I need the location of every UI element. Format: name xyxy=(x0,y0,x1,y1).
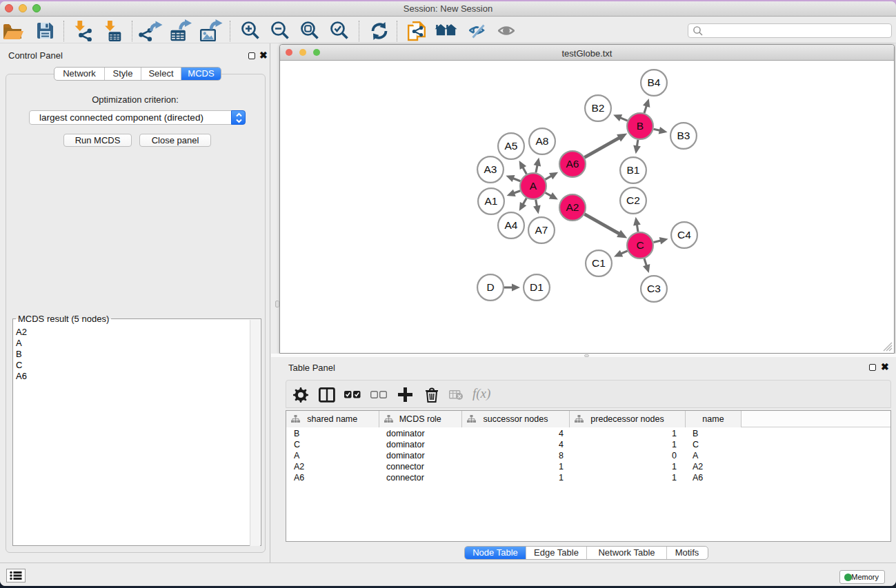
svg-text:D1: D1 xyxy=(530,281,544,293)
svg-text:B1: B1 xyxy=(627,164,640,176)
svg-text:A6: A6 xyxy=(566,158,579,170)
svg-text:C: C xyxy=(636,239,644,251)
svg-text:C1: C1 xyxy=(592,257,606,269)
svg-text:A2: A2 xyxy=(566,201,579,213)
svg-text:A3: A3 xyxy=(484,163,497,175)
svg-text:A1: A1 xyxy=(485,195,498,207)
svg-text:C3: C3 xyxy=(647,283,661,294)
svg-text:A8: A8 xyxy=(536,135,549,147)
svg-text:A5: A5 xyxy=(505,140,518,152)
svg-text:C2: C2 xyxy=(626,194,640,206)
svg-text:B2: B2 xyxy=(592,102,605,114)
svg-text:B4: B4 xyxy=(648,77,661,88)
svg-text:B: B xyxy=(637,120,644,132)
svg-text:C4: C4 xyxy=(677,229,691,241)
svg-text:B3: B3 xyxy=(677,130,690,141)
svg-text:A: A xyxy=(530,180,537,192)
svg-text:D: D xyxy=(486,281,494,293)
svg-text:A4: A4 xyxy=(505,219,518,231)
svg-text:A7: A7 xyxy=(535,224,548,236)
